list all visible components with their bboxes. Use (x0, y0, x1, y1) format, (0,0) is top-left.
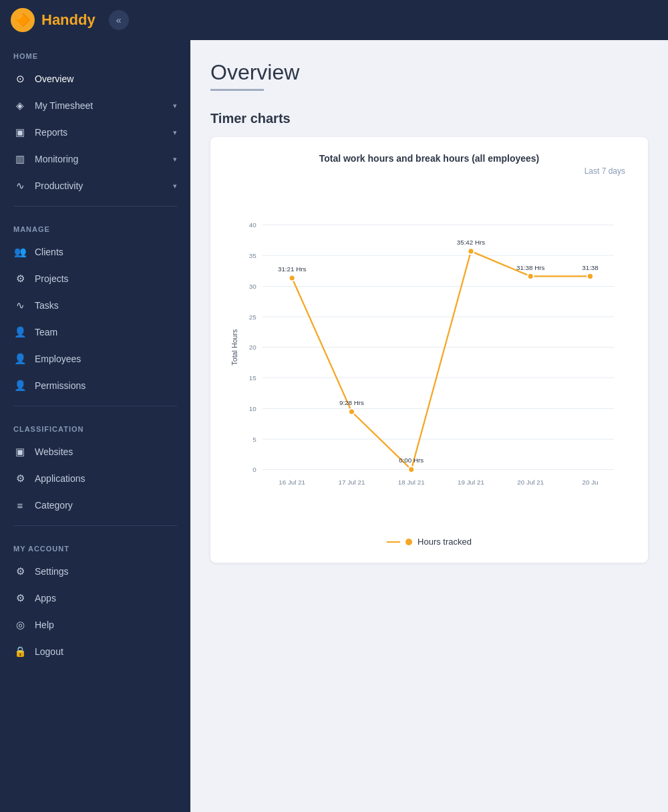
sidebar-section-home: HOME (0, 40, 190, 65)
settings-icon: ⚙ (13, 565, 27, 578)
sidebar-divider-2 (13, 406, 177, 406)
logout-icon: 🔒 (13, 645, 27, 658)
sidebar-item-label: My Timesheet (35, 100, 93, 111)
sidebar-item-label: Productivity (35, 180, 83, 191)
chevron-down-icon: ▾ (173, 182, 177, 190)
sidebar-item-logout[interactable]: 🔒 Logout (0, 638, 190, 665)
svg-text:10: 10 (249, 405, 257, 412)
sidebar-item-label: Employees (35, 354, 81, 364)
sidebar-item-label: Tasks (35, 300, 59, 311)
sidebar: HOME ⊙ Overview ◈ My Timesheet ▾ ▣ Repor… (0, 40, 190, 812)
category-icon: ≡ (13, 499, 27, 512)
main-layout: HOME ⊙ Overview ◈ My Timesheet ▾ ▣ Repor… (0, 40, 668, 812)
sidebar-item-websites[interactable]: ▣ Websites (0, 438, 190, 465)
help-icon: ◎ (13, 618, 27, 632)
collapse-sidebar-button[interactable]: « (109, 10, 129, 30)
sidebar-section-classification: CLASSIFICATION (0, 413, 190, 438)
team-icon: 👤 (13, 325, 27, 339)
chart-title: Total work hours and break hours (all em… (226, 153, 632, 164)
svg-text:20 Jul 21: 20 Jul 21 (517, 479, 544, 486)
chart-wrapper: 0 5 10 15 20 25 30 35 40 Total Hours 16 … (226, 182, 632, 530)
productivity-icon: ∿ (13, 179, 27, 192)
svg-text:30: 30 (249, 283, 257, 290)
sidebar-item-overview[interactable]: ⊙ Overview (0, 65, 190, 92)
sidebar-item-monitoring[interactable]: ▥ Monitoring ▾ (0, 146, 190, 172)
sidebar-item-label: Projects (35, 273, 69, 284)
sidebar-section-manage: MANAGE (0, 213, 190, 239)
permissions-icon: 👤 (13, 379, 27, 392)
svg-point-25 (289, 275, 295, 281)
legend-dot (405, 539, 412, 545)
sidebar-item-reports[interactable]: ▣ Reports ▾ (0, 119, 190, 146)
chart-container: Total work hours and break hours (all em… (210, 137, 648, 563)
svg-point-26 (349, 409, 355, 415)
chart-subtitle: Last 7 days (226, 166, 632, 176)
websites-icon: ▣ (13, 445, 27, 458)
svg-text:20: 20 (249, 344, 257, 351)
svg-point-28 (468, 248, 474, 254)
sidebar-item-label: Apps (35, 593, 56, 603)
logo-text: Handdy (41, 11, 96, 29)
svg-text:15: 15 (249, 374, 257, 382)
topbar: 🔶 Handdy « (0, 0, 668, 40)
applications-icon: ⚙ (13, 472, 27, 485)
sidebar-section-my-account: MY ACCOUNT (0, 533, 190, 558)
main-content: Overview Timer charts Total work hours a… (190, 40, 668, 812)
logo-area: 🔶 Handdy (11, 8, 96, 32)
sidebar-item-help[interactable]: ◎ Help (0, 612, 190, 638)
svg-text:31:38 Hrs: 31:38 Hrs (516, 264, 545, 271)
svg-text:Total Hours: Total Hours (230, 329, 238, 366)
svg-text:0:00 Hrs: 0:00 Hrs (399, 456, 424, 464)
svg-text:35: 35 (249, 252, 257, 259)
reports-icon: ▣ (13, 126, 27, 139)
sidebar-item-label: Clients (35, 247, 63, 257)
svg-text:31:38: 31:38 (582, 264, 599, 271)
sidebar-item-team[interactable]: 👤 Team (0, 319, 190, 346)
page-title: Overview (210, 60, 648, 85)
section-title-timer-charts: Timer charts (210, 111, 648, 126)
title-underline (210, 89, 264, 91)
svg-text:18 Jul 21: 18 Jul 21 (398, 479, 425, 486)
logo-icon: 🔶 (11, 8, 35, 32)
sidebar-item-label: Reports (35, 127, 67, 138)
clients-icon: 👥 (13, 245, 27, 259)
sidebar-item-applications[interactable]: ⚙ Applications (0, 465, 190, 492)
svg-text:0: 0 (253, 466, 257, 473)
svg-text:40: 40 (249, 221, 257, 229)
sidebar-item-apps[interactable]: ⚙ Apps (0, 585, 190, 612)
svg-text:20 Ju: 20 Ju (582, 479, 599, 486)
sidebar-item-permissions[interactable]: 👤 Permissions (0, 372, 190, 399)
tasks-icon: ∿ (13, 299, 27, 312)
sidebar-divider-1 (13, 206, 177, 207)
sidebar-item-projects[interactable]: ⚙ Projects (0, 265, 190, 292)
sidebar-item-label: Team (35, 327, 57, 337)
sidebar-item-employees[interactable]: 👤 Employees (0, 346, 190, 372)
sidebar-item-label: Websites (35, 446, 73, 457)
legend-label: Hours tracked (418, 537, 472, 547)
sidebar-item-label: Logout (35, 646, 63, 657)
sidebar-item-my-timesheet[interactable]: ◈ My Timesheet ▾ (0, 92, 190, 119)
svg-text:9:28 Hrs: 9:28 Hrs (339, 399, 364, 406)
chart-legend: Hours tracked (226, 537, 632, 547)
svg-point-27 (408, 466, 414, 472)
sidebar-item-label: Permissions (35, 380, 86, 391)
chart-svg: 0 5 10 15 20 25 30 35 40 Total Hours 16 … (226, 182, 632, 530)
sidebar-item-productivity[interactable]: ∿ Productivity ▾ (0, 172, 190, 199)
sidebar-item-label: Monitoring (35, 154, 78, 164)
svg-text:16 Jul 21: 16 Jul 21 (279, 479, 305, 486)
chevron-down-icon: ▾ (173, 128, 177, 137)
svg-text:17 Jul 21: 17 Jul 21 (339, 479, 365, 486)
sidebar-divider-3 (13, 525, 177, 526)
svg-text:5: 5 (253, 436, 257, 443)
sidebar-item-label: Overview (35, 74, 73, 84)
svg-text:35:42 Hrs: 35:42 Hrs (457, 239, 486, 246)
sidebar-item-label: Help (35, 620, 54, 630)
timesheet-icon: ◈ (13, 99, 27, 112)
sidebar-item-tasks[interactable]: ∿ Tasks (0, 292, 190, 319)
sidebar-item-label: Category (35, 500, 73, 511)
sidebar-item-category[interactable]: ≡ Category (0, 492, 190, 519)
chevron-down-icon: ▾ (173, 155, 177, 164)
sidebar-item-settings[interactable]: ⚙ Settings (0, 558, 190, 585)
sidebar-item-clients[interactable]: 👥 Clients (0, 239, 190, 265)
sidebar-item-label: Applications (35, 473, 86, 484)
